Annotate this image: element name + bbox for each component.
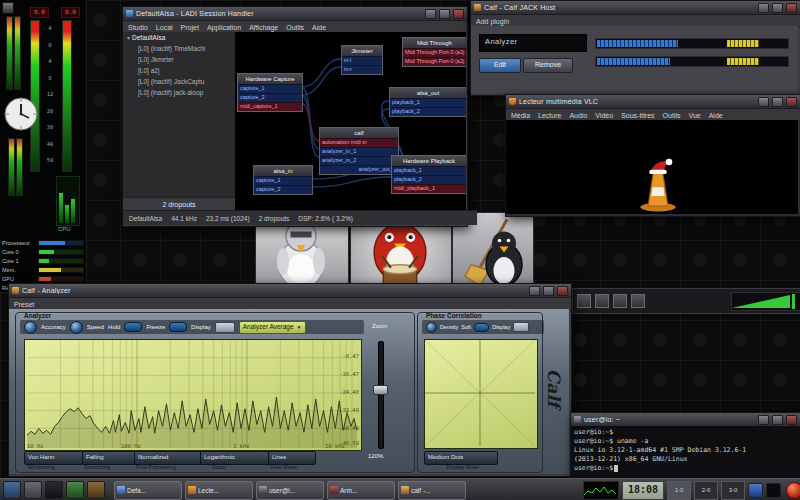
port[interactable]: capture_1 bbox=[238, 84, 302, 93]
menu-preset[interactable]: Preset bbox=[14, 301, 34, 308]
app-menu-icon[interactable] bbox=[3, 481, 21, 499]
pager-cell[interactable]: 3-0 bbox=[721, 481, 745, 500]
menu-aide[interactable]: Aide bbox=[709, 112, 723, 119]
freeze-toggle[interactable] bbox=[169, 322, 187, 332]
tray-monitor-icon[interactable] bbox=[766, 483, 781, 498]
close-button[interactable] bbox=[786, 415, 797, 425]
menu-audio[interactable]: Audio bbox=[569, 112, 587, 119]
menu-media[interactable]: Média bbox=[511, 112, 530, 119]
port[interactable]: in-l bbox=[342, 56, 382, 65]
iconified-window[interactable] bbox=[613, 294, 627, 308]
view-mode-combo[interactable]: Lines bbox=[268, 451, 316, 465]
menu-video[interactable]: Vidéo bbox=[595, 112, 613, 119]
tree-item[interactable]: [L0] a2j bbox=[123, 65, 235, 76]
close-button[interactable] bbox=[453, 9, 464, 19]
node-hardware-playback[interactable]: Hardware Playback playback_1 playback_2 … bbox=[391, 155, 466, 194]
volume-wedge[interactable] bbox=[731, 292, 800, 311]
node-alsa-in[interactable]: alsa_in capture_1 capture_2 bbox=[253, 165, 313, 195]
tree-root-row[interactable]: ▾DefaultAlsa bbox=[123, 32, 235, 43]
soft-toggle[interactable] bbox=[474, 323, 489, 332]
maximize-button[interactable] bbox=[772, 3, 783, 13]
zoom-slider-handle[interactable] bbox=[373, 385, 388, 395]
iconified-window[interactable] bbox=[631, 294, 645, 308]
smoothing-combo[interactable]: Falling bbox=[82, 451, 136, 465]
port[interactable]: analyzer_out_1 bbox=[320, 165, 398, 174]
minimize-button[interactable] bbox=[758, 415, 769, 425]
port[interactable]: midi_capture_1 bbox=[238, 102, 302, 111]
calf-host-titlebar[interactable]: Calf - Calf JACK Host bbox=[471, 1, 800, 15]
node-calf[interactable]: calf automation midi in analyzer_in_1 an… bbox=[319, 127, 399, 175]
port[interactable]: Midi Through Port-0 (a2j bbox=[403, 48, 466, 57]
port[interactable]: playback_2 bbox=[392, 175, 466, 184]
edit-plugin-button[interactable]: Edit bbox=[479, 58, 521, 73]
show-desktop-icon[interactable] bbox=[24, 481, 42, 499]
terminal-titlebar[interactable]: user@io: ~ bbox=[571, 413, 800, 427]
menu-add-plugin[interactable]: Add plugin bbox=[476, 18, 509, 25]
menu-projet[interactable]: Projet bbox=[181, 24, 199, 31]
hold-toggle[interactable] bbox=[124, 322, 142, 332]
menu-sous-titres[interactable]: Sous-titres bbox=[621, 112, 654, 119]
files-launcher-icon[interactable] bbox=[66, 481, 84, 499]
maximize-button[interactable] bbox=[439, 9, 450, 19]
speed-knob[interactable] bbox=[70, 321, 83, 334]
scale-combo[interactable]: Logarithmic bbox=[200, 451, 270, 465]
patchbay-canvas[interactable]: Jkmeter in-l in-r Midi Through Midi Thro… bbox=[235, 32, 466, 210]
iconified-window[interactable] bbox=[577, 294, 591, 308]
minimize-button[interactable] bbox=[529, 286, 540, 296]
port[interactable]: midi_playback_1 bbox=[392, 184, 466, 193]
vlc-video-area[interactable] bbox=[506, 120, 798, 214]
accuracy-knob[interactable] bbox=[24, 321, 37, 334]
post-processing-combo[interactable]: Normalized bbox=[134, 451, 202, 465]
taskbar-window-button[interactable]: user@i... bbox=[256, 481, 324, 500]
maximize-button[interactable] bbox=[543, 286, 554, 296]
maximize-button[interactable] bbox=[772, 415, 783, 425]
taskbar-window-button[interactable]: Defa... bbox=[114, 481, 182, 500]
menu-local[interactable]: Local bbox=[156, 24, 173, 31]
taskbar-window-button[interactable]: Lecte... bbox=[185, 481, 253, 500]
tray-network-icon[interactable] bbox=[748, 483, 763, 498]
node-jkmeter[interactable]: Jkmeter in-l in-r bbox=[341, 45, 383, 75]
port[interactable]: playback_1 bbox=[392, 166, 466, 175]
close-button[interactable] bbox=[786, 3, 797, 13]
minimize-button[interactable] bbox=[758, 3, 769, 13]
media-launcher-icon[interactable] bbox=[87, 481, 105, 499]
node-midi-through[interactable]: Midi Through Midi Through Port-0 (a2j Mi… bbox=[402, 37, 466, 67]
port[interactable]: analyzer_in_2 bbox=[320, 156, 398, 165]
minimize-button[interactable] bbox=[425, 9, 436, 19]
menu-outils[interactable]: Outils bbox=[286, 24, 304, 31]
power-button[interactable] bbox=[786, 482, 800, 499]
close-button[interactable] bbox=[557, 286, 568, 296]
ladi-titlebar[interactable]: DefaultAlsa - LADI Session Handler bbox=[123, 7, 467, 21]
node-alsa-out[interactable]: alsa_out playback_1 playback_2 bbox=[389, 87, 466, 117]
pager-cell[interactable]: 1-0 bbox=[667, 481, 691, 500]
menu-vue[interactable]: Vue bbox=[689, 112, 701, 119]
menu-studio[interactable]: Studio bbox=[128, 24, 148, 31]
menu-outils[interactable]: Outils bbox=[663, 112, 681, 119]
minimize-button[interactable] bbox=[758, 97, 769, 107]
vlc-titlebar[interactable]: Lecteur multimédia VLC bbox=[506, 95, 800, 109]
tree-item[interactable]: [L0] Jkmeter bbox=[123, 54, 235, 65]
port[interactable]: Midi Through Port-0 (a2j bbox=[403, 57, 466, 66]
terminal-screen[interactable]: user@io:~$ user@io:~$ uname -a Linux io … bbox=[571, 426, 800, 479]
port[interactable]: capture_2 bbox=[254, 185, 312, 194]
analyzer-mode-combo[interactable]: Analyzer Average▼ bbox=[239, 321, 306, 334]
iconified-window[interactable] bbox=[595, 294, 609, 308]
port[interactable]: in-r bbox=[342, 65, 382, 74]
close-button[interactable] bbox=[786, 97, 797, 107]
port[interactable]: analyzer_in_1 bbox=[320, 147, 398, 156]
taskbar-window-button[interactable]: Arm... bbox=[327, 481, 395, 500]
density-knob[interactable] bbox=[426, 322, 437, 333]
remove-plugin-button[interactable]: Remove bbox=[523, 58, 573, 73]
terminal-launcher-icon[interactable] bbox=[45, 481, 63, 499]
port[interactable]: automation midi in bbox=[320, 138, 398, 147]
panel-app-icon[interactable] bbox=[2, 2, 14, 14]
pager-cell[interactable]: 2-0 bbox=[694, 481, 718, 500]
expander-icon[interactable]: ▾ bbox=[127, 35, 130, 41]
port[interactable]: capture_1 bbox=[254, 176, 312, 185]
port[interactable]: capture_2 bbox=[238, 93, 302, 102]
tree-item[interactable]: [L0] (inactif) jack-aloop bbox=[123, 87, 235, 98]
port[interactable]: playback_2 bbox=[390, 107, 466, 116]
menu-lecture[interactable]: Lecture bbox=[538, 112, 561, 119]
node-hardware-capture[interactable]: Hardware Capture capture_1 capture_2 mid… bbox=[237, 73, 303, 112]
taskbar-window-button[interactable]: calf -... bbox=[398, 481, 466, 500]
